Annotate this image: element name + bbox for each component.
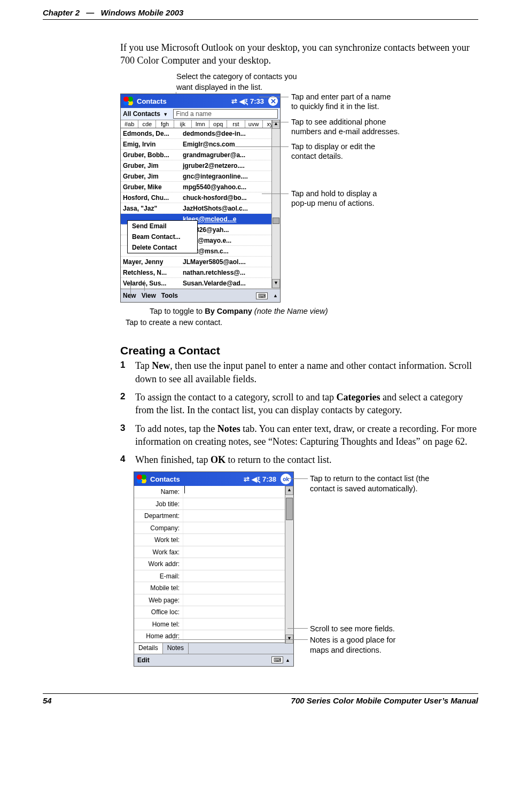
callout-category-1: Select the category of contacts you <box>176 72 478 82</box>
vertical-scrollbar[interactable]: ▲ ▼ <box>271 120 280 288</box>
alpha-tab[interactable]: #ab <box>121 120 138 128</box>
field-company[interactable]: Company: <box>134 522 293 535</box>
filter-bar: All Contacts ▼ Find a name <box>121 108 280 120</box>
field-job-title[interactable]: Job title: <box>134 498 293 511</box>
intro-text: If you use Microsoft Outlook on your des… <box>120 41 478 67</box>
contact-row[interactable]: Emig, IrvinEmigIr@ncs.come <box>121 139 280 150</box>
field-email[interactable]: E-mail: <box>134 570 293 583</box>
alpha-tab[interactable]: ijk <box>174 120 192 128</box>
menu-up-icon[interactable]: ▲ <box>273 293 278 298</box>
scroll-down-icon[interactable]: ▼ <box>272 279 280 288</box>
menu-edit[interactable]: Edit <box>137 656 150 664</box>
tab-notes[interactable]: Notes <box>163 643 189 654</box>
alpha-tab[interactable]: cde <box>138 120 156 128</box>
field-home-addr[interactable]: Home addr:▼ <box>134 630 293 643</box>
clock-time[interactable]: 7:38 <box>262 475 276 483</box>
callout-by-company: Tap to toggle to By Company (note the Na… <box>150 306 478 317</box>
field-work-fax[interactable]: Work fax: <box>134 546 293 559</box>
callout-ok-return-1: Tap to return to the contact list (the <box>310 474 429 484</box>
pointer-line <box>130 280 131 299</box>
callout-find-name-1: Tap and enter part of a name <box>291 92 391 102</box>
contact-row[interactable]: Gruber, Mikempg5540@yahoo.c...e <box>121 182 280 192</box>
callout-tap-hold-1: Tap and hold to display a <box>291 189 377 199</box>
field-work-addr[interactable]: Work addr:▼ <box>134 558 293 570</box>
menu-tools[interactable]: Tools <box>161 292 178 299</box>
steps-list: Tap New, then use the input panel to ent… <box>120 359 478 466</box>
field-office-loc[interactable]: Office loc: <box>134 606 293 618</box>
titlebar: Contacts ⇄ ◀ξ 7:38 ok <box>134 472 293 486</box>
menu-delete-contact[interactable]: Delete Contact <box>128 242 197 253</box>
contact-row[interactable]: Retchless, N...nathan.retchless@...e <box>121 267 280 278</box>
tab-details[interactable]: Details <box>134 643 163 654</box>
scroll-up-icon[interactable]: ▲ <box>285 486 293 495</box>
find-name-input[interactable]: Find a name <box>173 109 278 119</box>
leader-line <box>287 628 308 629</box>
page-header: Chapter 2 — Windows Mobile 2003 <box>43 8 478 20</box>
field-mobile-tel[interactable]: Mobile tel: <box>134 582 293 594</box>
tab-bar: Details Notes <box>134 643 293 654</box>
step-1: Tap New, then use the input panel to ent… <box>120 359 478 385</box>
alpha-tab[interactable]: rst <box>227 120 245 128</box>
keyboard-icon[interactable]: ⌨ <box>271 656 283 663</box>
ok-button[interactable]: ok <box>281 474 291 484</box>
step-2: To assign the contact to a category, scr… <box>120 391 478 417</box>
contact-row[interactable]: Mayer, JennyJLMayer5805@aol....e <box>121 257 280 267</box>
contact-row[interactable]: Gruber, Bobb...grandmagruber@a...e <box>121 150 280 160</box>
contact-row[interactable]: Hosford, Chu...chuck-hosford@bo...e <box>121 192 280 203</box>
clock-time[interactable]: 7:33 <box>250 97 264 105</box>
alpha-tab[interactable]: uvw <box>245 120 263 128</box>
menu-send-email[interactable]: Send Email <box>128 221 197 231</box>
chapter-label: Chapter 2 <box>43 8 80 17</box>
start-flag-icon[interactable] <box>136 474 147 484</box>
contact-row[interactable]: Gruber, Jimgnc@integraonline....e <box>121 171 280 182</box>
speaker-icon[interactable]: ◀ξ <box>239 97 248 105</box>
scroll-down-icon[interactable]: ▼ <box>285 635 293 644</box>
callout-tap-hold-2: pop-up menu of actions. <box>291 198 377 208</box>
alpha-tab[interactable]: fgh <box>156 120 174 128</box>
app-title: Contacts <box>137 97 167 105</box>
field-work-tel[interactable]: Work tel: <box>134 534 293 546</box>
contact-row[interactable]: Edmonds, De...dedmonds@dee-in...e <box>121 128 280 139</box>
alpha-tab[interactable]: lmn <box>192 120 209 128</box>
bottom-menubar: New View Tools ⌨ ▲ <box>121 289 280 302</box>
pointer-line <box>144 280 145 291</box>
bottom-callouts-1: Tap to toggle to By Company (note the Na… <box>126 306 478 328</box>
menu-new[interactable]: New <box>123 292 136 299</box>
contact-row[interactable]: Jasa, "Jaz"JazHotShots@aol.c...e <box>121 203 280 214</box>
bottom-menubar: Edit ⌨ ▲ <box>134 654 293 666</box>
category-dropdown[interactable]: All Contacts ▼ <box>121 110 171 118</box>
menu-beam-contact[interactable]: Beam Contact... <box>128 231 197 242</box>
field-name[interactable]: Name: ▼ <box>134 486 293 498</box>
menu-view[interactable]: View <box>142 292 156 299</box>
field-department[interactable]: Department: <box>134 510 293 522</box>
context-menu: Send Email Beam Contact... Delete Contac… <box>127 220 198 253</box>
sync-icon[interactable]: ⇄ <box>231 97 237 105</box>
contact-row[interactable]: Gruber, Jimjgruber2@netzero....e <box>121 160 280 171</box>
titlebar: Contacts ⇄ ◀ξ 7:33 ✕ <box>121 94 280 108</box>
alpha-tab[interactable]: opq <box>209 120 227 128</box>
leader-line <box>262 194 289 194</box>
leader-line <box>273 122 289 122</box>
contact-list: Edmonds, De...dedmonds@dee-in...e Emig, … <box>121 128 280 289</box>
menu-up-icon[interactable]: ▲ <box>285 658 290 663</box>
speaker-icon[interactable]: ◀ξ <box>252 475 260 483</box>
app-title: Contacts <box>150 475 180 483</box>
sync-icon[interactable]: ⇄ <box>244 475 250 483</box>
alpha-index-bar[interactable]: #ab cde fgh ijk lmn opq rst uvw xyz <box>121 120 280 128</box>
callout-display-edit-1: Tap to display or edit the <box>291 142 375 152</box>
keyboard-icon[interactable]: ⌨ <box>256 292 268 299</box>
figure-1-layout: Select the category of contacts you want… <box>120 72 478 329</box>
scrollbar-thumb[interactable] <box>273 218 279 224</box>
callout-display-edit-2: contact details. <box>291 151 375 161</box>
field-home-tel[interactable]: Home tel: <box>134 618 293 631</box>
scrollbar-thumb[interactable] <box>286 498 293 520</box>
callout-find-name-2: to quickly find it in the list. <box>291 102 391 112</box>
callout-additional-2: numbers and e-mail addresses. <box>291 127 400 137</box>
callout-notes-1: Notes is a good place for <box>310 635 395 645</box>
step-4: When finished, tap OK to return to the c… <box>120 453 478 466</box>
figure-2-layout: Contacts ⇄ ◀ξ 7:38 ok Name: ▼ Job title:… <box>134 471 478 667</box>
vertical-scrollbar[interactable]: ▲ ▼ <box>285 486 293 644</box>
close-icon[interactable]: ✕ <box>268 96 278 106</box>
start-flag-icon[interactable] <box>123 96 134 106</box>
field-web-page[interactable]: Web page: <box>134 594 293 607</box>
